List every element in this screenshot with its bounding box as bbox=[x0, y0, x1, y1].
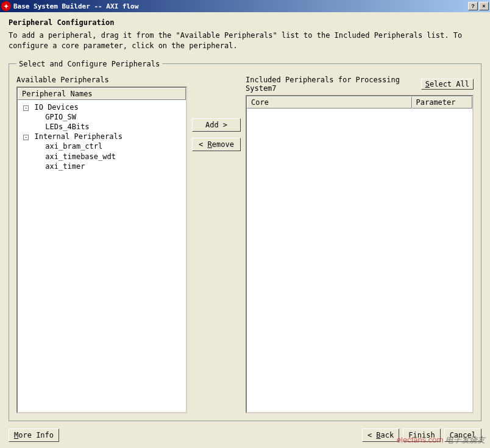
included-header: Core Parameter bbox=[247, 96, 472, 108]
included-listbox[interactable]: Core Parameter bbox=[246, 95, 474, 413]
add-button[interactable]: Add > bbox=[192, 118, 241, 132]
tree-item[interactable]: - Internal Peripherals bbox=[19, 132, 185, 141]
tree-item[interactable]: axi_timebase_wdt bbox=[19, 152, 185, 162]
tree-item[interactable]: - IO Devices bbox=[19, 102, 185, 112]
included-panel: Included Peripherals for Processing Syst… bbox=[246, 76, 474, 413]
available-header-names[interactable]: Peripheral Names bbox=[18, 88, 186, 100]
tree-item[interactable]: GPIO_SW bbox=[19, 112, 185, 122]
finish-button[interactable]: Finish bbox=[403, 428, 440, 442]
available-panel: Available Peripherals Peripheral Names -… bbox=[16, 76, 187, 413]
available-tree[interactable]: - IO Devices GPIO_SW LEDs_4Bits - Intern… bbox=[18, 100, 186, 174]
select-all-button[interactable]: Select All bbox=[421, 79, 474, 90]
available-header: Peripheral Names bbox=[18, 88, 186, 100]
page-description: To add a peripheral, drag it from the "A… bbox=[9, 30, 481, 51]
help-button[interactable]: ? bbox=[468, 2, 478, 10]
back-button[interactable]: < Back bbox=[362, 428, 399, 442]
page-title: Peripheral Configuration bbox=[9, 18, 481, 27]
tree-item[interactable]: axi_bram_ctrl bbox=[19, 141, 185, 151]
more-info-button[interactable]: More Info bbox=[9, 428, 59, 442]
app-icon: ✦ bbox=[1, 1, 11, 11]
footer: More Info < Back Finish Cancel bbox=[9, 421, 481, 442]
peripherals-group: Select and Configure Peripherals Availab… bbox=[9, 60, 481, 421]
tree-item[interactable]: axi_timer bbox=[19, 162, 185, 171]
tree-item[interactable]: LEDs_4Bits bbox=[19, 122, 185, 132]
transfer-buttons: Add > < Remove bbox=[192, 76, 241, 413]
titlebar: ✦ Base System Builder -- AXI flow ? × bbox=[0, 0, 490, 12]
cancel-button[interactable]: Cancel bbox=[444, 428, 481, 442]
available-label: Available Peripherals bbox=[16, 76, 187, 84]
tree-expander-icon[interactable]: - bbox=[23, 135, 29, 140]
window-title: Base System Builder -- AXI flow bbox=[13, 2, 468, 10]
remove-button[interactable]: < Remove bbox=[192, 138, 241, 151]
tree-expander-icon[interactable]: - bbox=[23, 105, 29, 111]
included-header-core[interactable]: Core bbox=[247, 96, 412, 108]
close-button[interactable]: × bbox=[479, 2, 489, 10]
dialog-body: Peripheral Configuration To add a periph… bbox=[0, 12, 490, 448]
included-header-parameter[interactable]: Parameter bbox=[412, 96, 473, 108]
available-listbox[interactable]: Peripheral Names - IO Devices GPIO_SW LE… bbox=[16, 87, 187, 413]
group-legend: Select and Configure Peripherals bbox=[16, 60, 162, 68]
included-label: Included Peripherals for Processing Syst… bbox=[246, 76, 421, 93]
